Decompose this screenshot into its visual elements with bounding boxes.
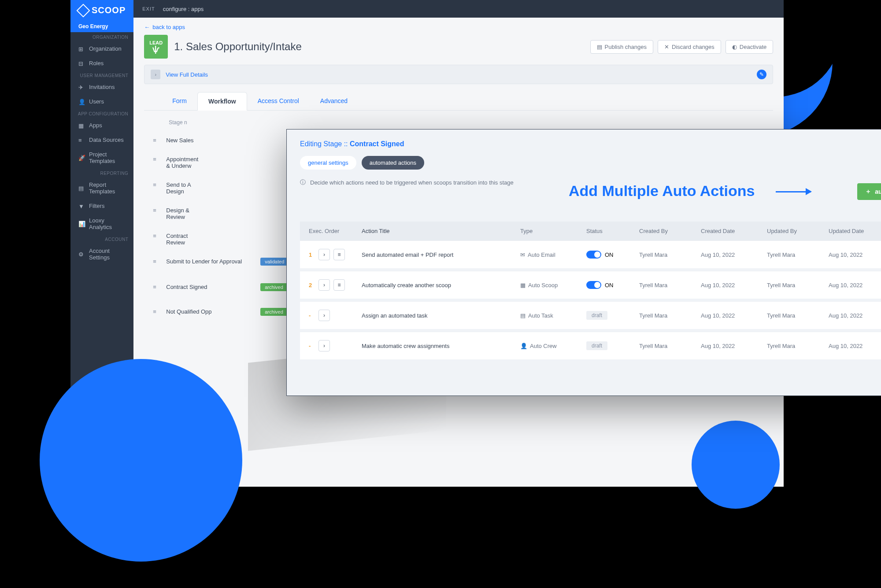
action-title: Automatically create another scoop bbox=[362, 282, 520, 288]
exec-order: - bbox=[309, 343, 315, 349]
updated-by: Tyrell Mara bbox=[767, 343, 829, 349]
view-details-link[interactable]: View Full Details bbox=[166, 71, 208, 78]
tabs: FormWorkflowAccess ControlAdvanced bbox=[144, 92, 773, 111]
expand-button[interactable]: › bbox=[318, 340, 330, 351]
detail-bar: › View Full Details ✎ bbox=[144, 65, 773, 84]
menu-button[interactable]: ≡ bbox=[333, 249, 345, 260]
sidebar-item-label: Report Templates bbox=[89, 181, 126, 195]
close-icon: ✕ bbox=[664, 44, 669, 50]
sidebar-item-label: Project Templates bbox=[89, 151, 126, 164]
sidebar-item-account-settings[interactable]: ⚙Account Settings bbox=[70, 244, 133, 265]
expand-button[interactable]: › bbox=[318, 279, 330, 291]
org-name[interactable]: Geo Energy bbox=[70, 21, 133, 32]
created-by: Tyrell Mara bbox=[639, 312, 701, 319]
menu-button[interactable]: ≡ bbox=[333, 279, 345, 291]
publish-button[interactable]: ▤Publish changes bbox=[590, 40, 653, 54]
sidebar-item-users[interactable]: 👤Users bbox=[70, 94, 133, 109]
add-auto-action-button[interactable]: ＋ auto action ⌄ bbox=[857, 183, 881, 200]
save-icon: ▤ bbox=[597, 44, 602, 50]
tab-advanced[interactable]: Advanced bbox=[310, 92, 358, 110]
updated-date: Aug 10, 2022 bbox=[829, 282, 881, 288]
status-toggle[interactable] bbox=[586, 251, 601, 259]
action-type: ▦Auto Scoop bbox=[520, 282, 586, 288]
action-row: -›Assign an automated task▤Auto Taskdraf… bbox=[300, 301, 881, 332]
tab-form[interactable]: Form bbox=[162, 92, 197, 110]
created-date: Aug 10, 2022 bbox=[701, 312, 767, 319]
nav-section-label: ORGANIZATION bbox=[70, 32, 133, 41]
edit-stage-modal: ✕ Editing Stage :: Contract Signed gener… bbox=[286, 129, 881, 396]
logo[interactable]: SCOOP bbox=[70, 0, 133, 21]
mail-icon: ✉ bbox=[520, 251, 525, 258]
action-type: ▤Auto Task bbox=[520, 312, 586, 319]
plus-icon: ＋ bbox=[865, 188, 871, 196]
discard-button[interactable]: ✕Discard changes bbox=[658, 40, 721, 54]
action-row: -›Make automatic crew assignments👤Auto C… bbox=[300, 332, 881, 362]
sidebar-item-roles[interactable]: ⊟Roles bbox=[70, 56, 133, 70]
sub-tab-automated-actions[interactable]: automated actions bbox=[362, 156, 424, 170]
created-by: Tyrell Mara bbox=[639, 251, 701, 258]
task-icon: ▤ bbox=[520, 312, 526, 319]
filter-icon: ▼ bbox=[78, 203, 85, 209]
roles-icon: ⊟ bbox=[78, 60, 85, 67]
expand-button[interactable]: › bbox=[318, 310, 330, 321]
stage-name: Submit to Lender for Approval bbox=[166, 258, 254, 265]
page-header: LEAD ѱ 1. Sales Opportunity/Intake ▤Publ… bbox=[144, 35, 773, 59]
expand-details-button[interactable]: › bbox=[151, 70, 160, 79]
sidebar-item-filters[interactable]: ▼Filters bbox=[70, 199, 133, 213]
nav-section-label: APP CONFIGURATION bbox=[70, 109, 133, 118]
action-row: 1›≡Send automated email + PDF report✉Aut… bbox=[300, 240, 881, 271]
sidebar-item-report-templates[interactable]: ▤Report Templates bbox=[70, 178, 133, 199]
arrow-annotation bbox=[776, 191, 811, 192]
sidebar-item-project-templates[interactable]: 🚀Project Templates bbox=[70, 147, 133, 168]
data-icon: ≡ bbox=[78, 137, 85, 143]
topbar: EXIT configure : apps bbox=[133, 0, 784, 18]
sidebar-item-data-sources[interactable]: ≡Data Sources bbox=[70, 133, 133, 147]
lead-badge: LEAD ѱ bbox=[144, 35, 168, 59]
sidebar-item-label: Invitations bbox=[89, 84, 115, 90]
updated-date: Aug 10, 2022 bbox=[829, 343, 881, 349]
user-icon: 👤 bbox=[78, 99, 85, 105]
drag-icon[interactable]: ≡ bbox=[153, 181, 160, 188]
sub-tab-general-settings[interactable]: general settings bbox=[300, 156, 356, 170]
updated-by: Tyrell Mara bbox=[767, 251, 829, 258]
drag-icon[interactable]: ≡ bbox=[153, 156, 160, 163]
nav-section-label: USER MANAGEMENT bbox=[70, 70, 133, 80]
action-row: 2›≡Automatically create another scoop▦Au… bbox=[300, 271, 881, 301]
drag-icon[interactable]: ≡ bbox=[153, 308, 160, 315]
edit-button[interactable]: ✎ bbox=[757, 70, 766, 79]
sidebar-item-invitations[interactable]: ✈Invitations bbox=[70, 80, 133, 94]
drag-icon[interactable]: ≡ bbox=[153, 284, 160, 290]
page-title: 1. Sales Opportunity/Intake bbox=[174, 41, 302, 53]
drag-icon[interactable]: ≡ bbox=[153, 233, 160, 239]
draft-pill: draft bbox=[586, 341, 607, 350]
sidebar-item-label: Users bbox=[89, 98, 104, 105]
back-link[interactable]: ← back to apps bbox=[144, 24, 773, 30]
drag-icon[interactable]: ≡ bbox=[153, 207, 160, 214]
status-label: ON bbox=[605, 282, 614, 288]
breadcrumb: configure : apps bbox=[163, 6, 204, 12]
sidebar-item-looxy-analytics[interactable]: 📊Looxy Analytics bbox=[70, 213, 133, 234]
exit-link[interactable]: EXIT bbox=[142, 6, 155, 11]
sidebar-item-organization[interactable]: ⊞Organization bbox=[70, 41, 133, 56]
tab-workflow[interactable]: Workflow bbox=[197, 92, 247, 111]
updated-date: Aug 10, 2022 bbox=[829, 251, 881, 258]
action-type: 👤Auto Crew bbox=[520, 343, 586, 349]
brand-text: SCOOP bbox=[92, 5, 126, 15]
updated-date: Aug 10, 2022 bbox=[829, 312, 881, 319]
report-icon: ▤ bbox=[78, 185, 85, 191]
action-title: Send automated email + PDF report bbox=[362, 251, 520, 258]
created-date: Aug 10, 2022 bbox=[701, 282, 767, 288]
proj-icon: 🚀 bbox=[78, 155, 85, 161]
sidebar-item-label: Apps bbox=[89, 122, 102, 129]
status-toggle[interactable] bbox=[586, 281, 601, 289]
tab-access-control[interactable]: Access Control bbox=[247, 92, 310, 110]
stage-name: Send to ADesign bbox=[166, 181, 254, 195]
expand-button[interactable]: › bbox=[318, 249, 330, 260]
sidebar-item-apps[interactable]: ▦Apps bbox=[70, 118, 133, 133]
created-by: Tyrell Mara bbox=[639, 282, 701, 288]
deactivate-button[interactable]: ◐Deactivate bbox=[726, 40, 773, 54]
drag-icon[interactable]: ≡ bbox=[153, 137, 160, 144]
drag-icon[interactable]: ≡ bbox=[153, 258, 160, 265]
action-title: Make automatic crew assignments bbox=[362, 343, 520, 349]
sidebar-item-label: Organization bbox=[89, 45, 122, 52]
